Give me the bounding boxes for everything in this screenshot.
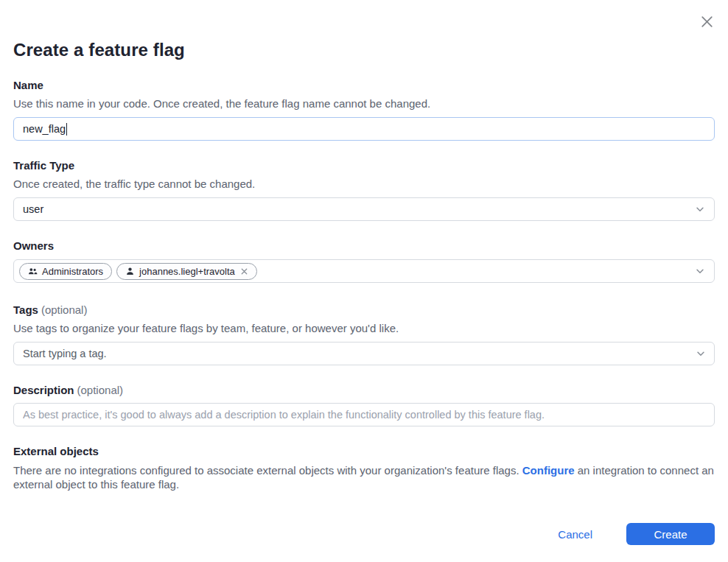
description-input[interactable] [13,403,715,426]
traffic-type-select[interactable]: user [13,197,715,221]
tags-optional-label: (optional) [41,303,88,316]
external-objects-section: External objects There are no integratio… [13,445,715,491]
name-input[interactable]: new_flag [13,117,715,141]
page-title: Create a feature flag [13,0,715,60]
owners-label: Owners [13,239,54,252]
owners-select[interactable]: Administrators johannes.liegl+travolta [13,259,715,283]
text-cursor [66,123,67,136]
remove-owner-icon[interactable] [240,267,248,275]
name-field-group: Name Use this name in your code. Once cr… [13,79,715,141]
chevron-down-icon [695,204,705,214]
traffic-type-label: Traffic Type [13,159,74,172]
configure-link[interactable]: Configure [522,464,575,477]
tags-label: Tags [13,303,38,316]
modal-footer: Cancel Create [13,523,715,545]
owner-chip-label: Administrators [42,266,103,277]
group-icon [28,267,38,276]
create-feature-flag-modal: Create a feature flag Name Use this name… [0,0,728,562]
close-button[interactable] [697,12,716,31]
tags-input[interactable] [13,342,715,365]
external-objects-label: External objects [13,445,99,457]
chevron-down-icon [695,266,705,276]
close-icon [699,14,715,29]
description-optional-label: (optional) [77,384,124,396]
cancel-button[interactable]: Cancel [558,528,592,541]
name-input-value: new_flag [23,123,66,135]
person-icon [125,267,135,276]
name-label: Name [13,79,43,91]
traffic-type-help-text: Once created, the traffic type cannot be… [13,178,715,191]
description-field-group: Description(optional) [13,384,715,426]
owner-chip-administrators[interactable]: Administrators [19,263,112,280]
tags-help-text: Use tags to organize your feature flags … [13,322,715,335]
description-label: Description [13,384,74,396]
name-help-text: Use this name in your code. Once created… [13,97,715,110]
owner-chip-user[interactable]: johannes.liegl+travolta [116,263,257,280]
traffic-type-field-group: Traffic Type Once created, the traffic t… [13,159,715,221]
owner-chip-label: johannes.liegl+travolta [139,266,235,277]
external-objects-text: There are no integrations configured to … [13,464,715,491]
traffic-type-selected-value: user [23,203,43,215]
owners-field-group: Owners Administrators johannes.lieg [13,239,715,283]
external-objects-text-before: There are no integrations configured to … [13,464,519,477]
tags-field-group: Tags(optional) Use tags to organize your… [13,303,715,365]
create-button[interactable]: Create [626,523,715,545]
